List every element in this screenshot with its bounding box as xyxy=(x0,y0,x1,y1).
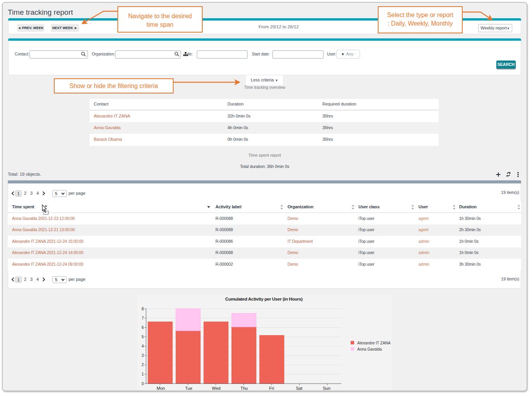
svg-text:4: 4 xyxy=(141,344,144,348)
svg-text:5: 5 xyxy=(141,335,144,339)
svg-text:Sat: Sat xyxy=(296,386,303,391)
svg-text:2: 2 xyxy=(141,363,144,367)
svg-text:Mon: Mon xyxy=(157,386,165,391)
svg-text:Thu: Thu xyxy=(241,386,248,391)
svg-text:Sun: Sun xyxy=(323,386,331,391)
svg-text:Cumulated Activity per User (i: Cumulated Activity per User (in Hours) xyxy=(225,297,303,301)
svg-text:8: 8 xyxy=(141,307,144,311)
svg-text:Alexandre IT ZANA: Alexandre IT ZANA xyxy=(357,341,391,345)
svg-text:7: 7 xyxy=(141,316,144,320)
svg-text:3: 3 xyxy=(141,353,144,358)
svg-text:Anna Gavalda: Anna Gavalda xyxy=(357,347,382,351)
svg-text:0: 0 xyxy=(141,382,144,386)
svg-text:Wed: Wed xyxy=(212,386,220,391)
svg-text:Tue: Tue xyxy=(185,386,193,391)
svg-text:1: 1 xyxy=(141,372,144,376)
svg-text:6: 6 xyxy=(141,325,144,330)
svg-text:Fri: Fri xyxy=(269,386,274,391)
